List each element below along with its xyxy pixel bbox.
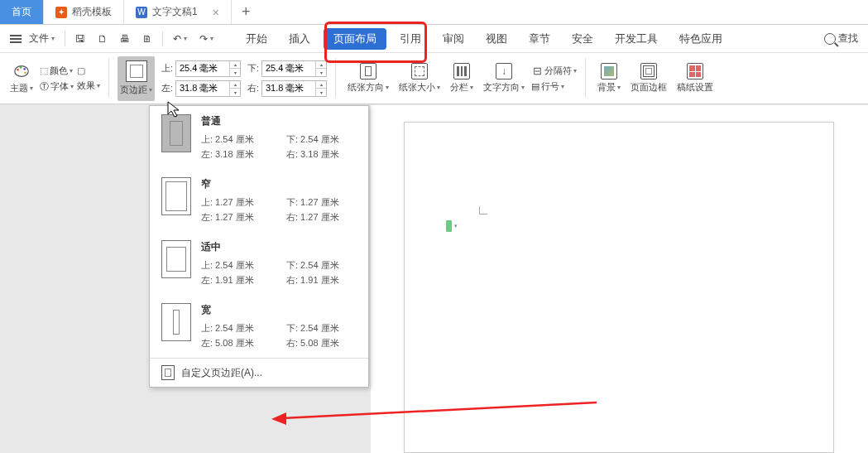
chevron-down-icon: ▾: [51, 35, 55, 42]
break-button[interactable]: 分隔符▾: [531, 65, 577, 77]
margin-bottom-input[interactable]: ▴▾: [261, 60, 327, 77]
preset-right: 右: 1.91 厘米: [286, 274, 357, 287]
lineno-button[interactable]: ▤行号▾: [531, 80, 577, 93]
paragraph-marker[interactable]: ▾: [446, 220, 458, 232]
qt-redo[interactable]: ↷ ▾: [194, 30, 218, 48]
grid-label: 稿纸设置: [677, 81, 713, 94]
break-icon: [531, 65, 543, 76]
size-button[interactable]: 纸张大小▾: [396, 56, 444, 101]
margin-right-input[interactable]: ▴▾: [261, 80, 327, 97]
menu-tab-chapter[interactable]: 章节: [520, 27, 559, 51]
menu-tab-special[interactable]: 特色应用: [671, 27, 731, 51]
doc-icon: W: [136, 7, 147, 18]
font-label: 字体: [50, 80, 69, 93]
preset-bottom: 下: 1.27 厘米: [286, 196, 357, 209]
preset-top: 上: 1.27 厘米: [201, 196, 271, 209]
tab-daoke-label: 稻壳模板: [72, 5, 112, 19]
preset-title: 普通: [201, 114, 357, 128]
tab-add-button[interactable]: +: [232, 0, 261, 24]
orient-button[interactable]: 纸张方向▾: [344, 56, 392, 101]
margin-left-input[interactable]: ▴▾: [175, 80, 241, 97]
svg-point-4: [24, 71, 26, 74]
separator: [162, 31, 163, 46]
svg-point-1: [17, 69, 19, 71]
bg-button[interactable]: 背景▾: [594, 56, 624, 101]
bottom-label: 下:: [244, 62, 259, 75]
preset-left: 左: 3.18 厘米: [201, 148, 271, 161]
orient-icon: [360, 63, 376, 80]
tab-close-icon[interactable]: ×: [213, 6, 219, 19]
menu-right: 查找: [819, 28, 863, 49]
margin-top-input[interactable]: ▴▾: [175, 60, 241, 77]
box-button[interactable]: ▢: [77, 65, 100, 76]
txtdir-label: 文字方向: [483, 81, 520, 94]
margin-label: 页边距: [120, 84, 147, 96]
preset-title: 适中: [201, 240, 357, 254]
custom-margin-icon: [161, 365, 175, 380]
break-label: 分隔符: [544, 65, 572, 77]
menu-tab-dev[interactable]: 开发工具: [607, 27, 666, 51]
preset-title: 宽: [201, 303, 357, 317]
theme-button[interactable]: 主题▾: [7, 56, 36, 101]
margin-custom-item[interactable]: 自定义页边距(A)...: [150, 358, 368, 387]
margin-preset-moderate[interactable]: 适中 上: 2.54 厘米 下: 2.54 厘米 左: 1.91 厘米 右: 1…: [150, 232, 368, 295]
search-label: 查找: [838, 31, 858, 46]
menu-tab-review[interactable]: 审阅: [434, 27, 472, 51]
file-menu[interactable]: 文件 ▾: [5, 28, 60, 49]
preset-right: 右: 1.27 厘米: [286, 211, 357, 224]
bg-label: 背景: [597, 81, 616, 94]
margin-thumb-icon: [161, 303, 191, 341]
theme-icon: [12, 62, 31, 80]
menu-tab-view[interactable]: 视图: [477, 27, 516, 51]
menu-bar: 文件 ▾ 🖫 🗋 🖶 🗎 ↶ ▾ ↷ ▾ 开始 插入 页面布局 引用 审阅 视图…: [0, 25, 868, 53]
separator: [65, 31, 65, 46]
svg-point-2: [20, 66, 22, 69]
tab-doc-label: 文字文稿1: [152, 5, 198, 19]
gridpaper-button[interactable]: 稿纸设置: [674, 56, 717, 101]
ribbon-separator: [585, 58, 586, 98]
page[interactable]: ▾: [404, 122, 834, 453]
qt-export[interactable]: 🗋: [93, 30, 113, 48]
preset-right: 右: 3.18 厘米: [286, 148, 357, 161]
cols-icon: [453, 63, 470, 80]
margin-thumb-icon: [161, 114, 191, 152]
page-margin-button[interactable]: 页边距▾: [117, 56, 155, 101]
effects-button[interactable]: 效果▾: [77, 80, 100, 92]
preset-top: 上: 2.54 厘米: [201, 322, 271, 335]
tab-document[interactable]: W 文字文稿1 ×: [124, 0, 232, 24]
margin-preset-wide[interactable]: 宽 上: 2.54 厘米 下: 2.54 厘米 左: 5.08 厘米 右: 5.…: [150, 295, 368, 358]
menu-tab-security[interactable]: 安全: [563, 27, 602, 51]
font-button[interactable]: Ⓣ 字体▾: [40, 80, 74, 93]
border-button[interactable]: 页面边框: [627, 56, 670, 101]
preset-top: 上: 2.54 厘米: [201, 259, 271, 272]
grid-icon: [687, 63, 703, 80]
daoke-icon: ✦: [55, 7, 67, 18]
hamburger-icon: [10, 38, 22, 40]
qt-save[interactable]: 🖫: [70, 30, 90, 48]
lineno-label: 行号: [541, 80, 559, 93]
color-button[interactable]: ⬚ 颜色▾: [40, 65, 74, 77]
preset-bottom: 下: 2.54 厘米: [286, 322, 357, 335]
menu-tab-start[interactable]: 开始: [237, 27, 276, 51]
tab-daoke[interactable]: ✦ 稻壳模板: [44, 0, 124, 24]
bg-icon: [601, 63, 617, 80]
svg-marker-6: [271, 412, 286, 425]
qt-preview[interactable]: 🗎: [137, 30, 157, 48]
menu-tab-layout[interactable]: 页面布局: [324, 28, 386, 50]
margin-preset-normal[interactable]: 普通 上: 2.54 厘米 下: 2.54 厘米 左: 3.18 厘米 右: 3…: [150, 106, 368, 169]
ribbon-separator: [108, 58, 109, 98]
qt-undo[interactable]: ↶ ▾: [168, 30, 192, 48]
menu-tab-insert[interactable]: 插入: [281, 27, 319, 51]
tab-bar: 首页 ✦ 稻壳模板 W 文字文稿1 × +: [0, 0, 868, 25]
qt-print[interactable]: 🖶: [115, 30, 135, 48]
margin-preset-narrow[interactable]: 窄 上: 1.27 厘米 下: 1.27 厘米 左: 1.27 厘米 右: 1.…: [150, 169, 368, 232]
txtdir-button[interactable]: 文字方向▾: [480, 56, 528, 101]
cols-button[interactable]: 分栏▾: [447, 56, 477, 101]
ribbon-separator: [335, 58, 336, 98]
search-icon: [824, 33, 836, 45]
menu-tab-ref[interactable]: 引用: [391, 27, 429, 51]
tab-home[interactable]: 首页: [0, 0, 44, 24]
color-label: 颜色: [50, 65, 68, 77]
border-label: 页面边框: [631, 81, 667, 94]
search-button[interactable]: 查找: [819, 28, 863, 49]
